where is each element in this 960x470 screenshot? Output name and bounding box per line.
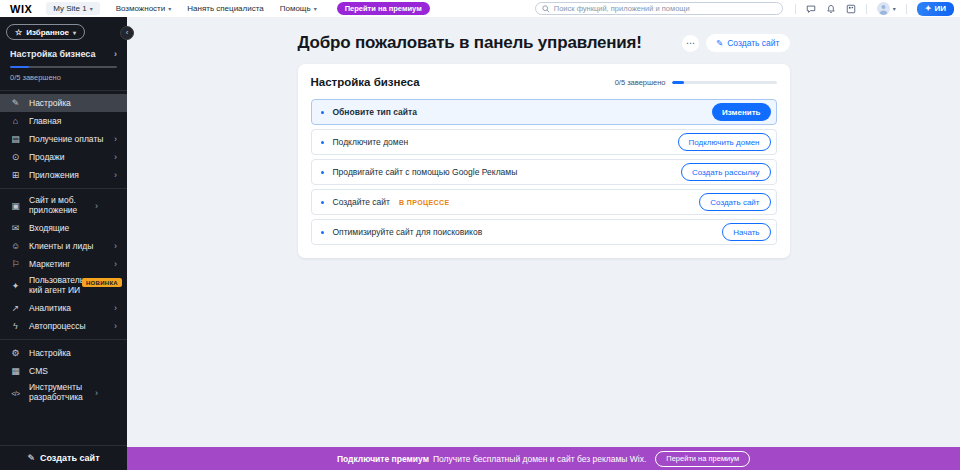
notifications-bell-icon[interactable] (826, 4, 836, 14)
bullet-icon (321, 231, 324, 234)
avatar (877, 2, 890, 15)
analytics-icon: ↗ (10, 303, 21, 313)
gear-icon: ⚙ (10, 348, 21, 358)
business-setup-summary[interactable]: Настройка бизнеса › 0/5 завершено (0, 46, 127, 91)
card-progress-text: 0/5 завершено (615, 78, 666, 87)
chevron-left-icon: ‹ (126, 28, 129, 37)
task-create-campaign-button[interactable]: Создать рассылку (681, 163, 771, 181)
premium-banner-title: Подключите премиум (337, 454, 429, 464)
pencil-icon: ✎ (716, 38, 723, 48)
chevron-right-icon: › (114, 259, 117, 269)
global-search[interactable] (535, 2, 783, 15)
sidebar-item-payments[interactable]: ▤ Получение оплаты › (0, 130, 127, 148)
sidebar-item-sales[interactable]: ⊙ Продажи › (0, 148, 127, 166)
sidebar-item-marketing[interactable]: ⚐ Маркетинг › (0, 255, 127, 273)
sidebar-item-automations[interactable]: ϟ Автопроцессы › (0, 317, 127, 335)
task-row-update-site-type[interactable]: Обновите тип сайта Изменить (311, 99, 777, 125)
setup-progress-bar (10, 66, 117, 68)
upgrade-premium-button[interactable]: Перейти на премиум (337, 2, 430, 15)
sidebar-item-apps[interactable]: ⊞ Приложения › (0, 166, 127, 184)
chevron-down-icon: ▾ (73, 29, 76, 36)
chevron-right-icon: › (114, 152, 117, 162)
site-menu-label: My Site 1 (53, 4, 86, 13)
ai-assistant-button[interactable]: ✦ ИИ (917, 2, 954, 16)
ai-button-label: ИИ (935, 4, 947, 13)
apps-icon: ⊞ (10, 170, 21, 180)
business-setup-card: Настройка бизнеса 0/5 завершено Обновите… (298, 64, 790, 258)
marketing-icon: ⚐ (10, 259, 21, 269)
chevron-right-icon: › (95, 388, 98, 398)
sidebar-item-analytics[interactable]: ↗ Аналитика › (0, 299, 127, 317)
chat-icon[interactable] (806, 4, 816, 14)
menu-features[interactable]: Возможности ▾ (116, 4, 172, 13)
site-menu[interactable]: My Site 1 ▾ (46, 2, 99, 15)
divider (0, 339, 127, 340)
chevron-right-icon: › (114, 170, 117, 180)
sidebar-item-settings[interactable]: ⚙ Настройка (0, 344, 127, 362)
menu-features-label: Возможности (116, 4, 166, 13)
menu-hire-professional[interactable]: Нанять специалиста (187, 4, 263, 13)
sidebar-item-inbox[interactable]: ✉ Входящие (0, 219, 127, 237)
star-icon: ☆ (15, 28, 22, 37)
cms-icon: ▦ (10, 366, 21, 376)
sidebar-item-dev-tools[interactable]: </> Инструменты разработчика › (0, 380, 127, 406)
menu-help-label: Помощь (280, 4, 311, 13)
sidebar-item-setup[interactable]: ✎ Настройка (0, 94, 127, 112)
invoice-icon: ▤ (10, 134, 21, 144)
bullet-icon (321, 201, 324, 204)
chevron-down-icon: ▾ (90, 5, 93, 12)
more-icon: ⋯ (686, 38, 695, 48)
create-site-label: Создать сайт (40, 453, 100, 463)
task-row-connect-domain[interactable]: Подключите домен Подключить домен (311, 129, 777, 155)
task-row-create-site[interactable]: Создайте сайт В ПРОЦЕССЕ Создать сайт (311, 189, 777, 215)
chevron-down-icon: ▾ (314, 5, 317, 12)
more-options-button[interactable]: ⋯ (682, 35, 699, 52)
create-site-button[interactable]: ✎ Создать сайт (706, 34, 789, 52)
chevron-right-icon: › (114, 321, 117, 331)
main-content: Добро пожаловать в панель управления! ⋯ … (127, 17, 960, 447)
sidebar-item-contacts[interactable]: ☺ Клиенты и лиды › (0, 237, 127, 255)
in-progress-badge: В ПРОЦЕССЕ (399, 199, 450, 206)
card-progress-bar (672, 81, 777, 84)
automations-icon: ϟ (10, 321, 21, 331)
task-row-seo[interactable]: Оптимизируйте сайт для поисковиков Начат… (311, 219, 777, 245)
site-mobile-icon: ▣ (10, 201, 21, 211)
sidebar-create-site-button[interactable]: ✎ Создать сайт (0, 445, 127, 470)
search-icon (542, 5, 550, 13)
premium-banner-button[interactable]: Перейти на премиум (655, 451, 750, 467)
task-change-button[interactable]: Изменить (712, 103, 770, 121)
chevron-down-icon: ▾ (893, 5, 896, 12)
premium-banner-text: Получите бесплатный домен и сайт без рек… (433, 454, 646, 464)
task-create-site-button[interactable]: Создать сайт (699, 193, 770, 211)
divider (0, 188, 127, 189)
sidebar-collapse-button[interactable]: ‹ (120, 26, 134, 40)
sidebar-item-home[interactable]: ⌂ Главная (0, 112, 127, 130)
card-progress: 0/5 завершено (615, 78, 777, 87)
menu-help[interactable]: Помощь ▾ (280, 4, 317, 13)
sidebar-item-ai-agent[interactable]: ✦ Пользовательский агент ИИ НОВИНКА (0, 273, 127, 299)
premium-banner: Подключите премиум Получите бесплатный д… (127, 447, 960, 470)
task-start-button[interactable]: Начать (722, 223, 770, 241)
new-badge: НОВИНКА (82, 278, 122, 287)
sidebar-item-site-mobile[interactable]: ▣ Сайт и моб. приложение › (0, 193, 127, 219)
chevron-right-icon: › (114, 303, 117, 313)
card-title: Настройка бизнеса (311, 76, 420, 88)
divider (795, 4, 796, 14)
chevron-right-icon: › (95, 201, 98, 211)
task-row-google-ads[interactable]: Продвигайте сайт с помощью Google Реклам… (311, 159, 777, 185)
favorites-dropdown[interactable]: ☆ Избранное ▾ (6, 24, 85, 40)
chevron-right-icon: › (114, 49, 117, 59)
bullet-icon (321, 141, 324, 144)
divider (906, 4, 907, 14)
task-connect-domain-button[interactable]: Подключить домен (678, 133, 771, 151)
dev-tools-icon: </> (10, 390, 21, 397)
bullet-icon (321, 171, 324, 174)
search-input[interactable] (554, 4, 776, 13)
sidebar-nav: ✎ Настройка ⌂ Главная ▤ Получение оплаты… (0, 91, 127, 406)
sidebar-item-cms[interactable]: ▦ CMS (0, 362, 127, 380)
account-menu[interactable]: ▾ (877, 2, 896, 15)
chevron-right-icon: › (114, 134, 117, 144)
contacts-icon: ☺ (10, 241, 21, 251)
bullet-icon (321, 111, 324, 114)
apps-grid-icon[interactable] (846, 4, 856, 14)
